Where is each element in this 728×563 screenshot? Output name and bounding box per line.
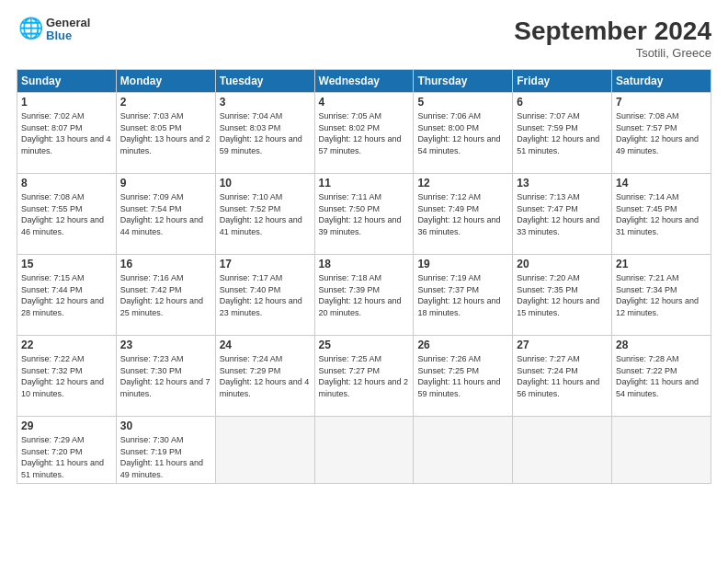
day-info: Sunrise: 7:23 AMSunset: 7:30 PMDaylight:… [120, 353, 211, 399]
col-saturday: Saturday [612, 70, 711, 93]
day-number: 9 [120, 177, 211, 190]
day-number: 10 [220, 177, 311, 190]
month-title: September 2024 [514, 17, 711, 46]
day-number: 27 [517, 339, 608, 351]
calendar-cell: 25Sunrise: 7:25 AMSunset: 7:27 PMDayligh… [314, 336, 414, 417]
logo-general: General [46, 17, 90, 29]
day-number: 4 [319, 96, 410, 109]
day-number: 21 [616, 258, 707, 270]
location: Tsotili, Greece [514, 46, 711, 60]
day-info: Sunrise: 7:17 AMSunset: 7:40 PMDaylight:… [220, 272, 311, 318]
day-info: Sunrise: 7:07 AMSunset: 7:59 PMDaylight:… [517, 110, 608, 156]
calendar-cell: 28Sunrise: 7:28 AMSunset: 7:22 PMDayligh… [612, 336, 711, 417]
calendar-cell: 23Sunrise: 7:23 AMSunset: 7:30 PMDayligh… [116, 336, 215, 417]
calendar-cell: 19Sunrise: 7:19 AMSunset: 7:37 PMDayligh… [414, 255, 513, 336]
calendar-cell: 27Sunrise: 7:27 AMSunset: 7:24 PMDayligh… [513, 336, 612, 417]
day-info: Sunrise: 7:11 AMSunset: 7:50 PMDaylight:… [319, 191, 410, 237]
calendar-cell: 30Sunrise: 7:30 AMSunset: 7:19 PMDayligh… [116, 417, 215, 484]
calendar-cell: 18Sunrise: 7:18 AMSunset: 7:39 PMDayligh… [314, 255, 414, 336]
title-section: September 2024 Tsotili, Greece [514, 17, 711, 60]
day-number: 29 [21, 419, 112, 432]
day-number: 3 [220, 96, 311, 109]
day-number: 24 [220, 339, 311, 351]
calendar-cell: 9Sunrise: 7:09 AMSunset: 7:54 PMDaylight… [116, 174, 215, 255]
day-info: Sunrise: 7:08 AMSunset: 7:55 PMDaylight:… [21, 191, 112, 237]
calendar-cell: 4Sunrise: 7:05 AMSunset: 8:02 PMDaylight… [314, 93, 414, 174]
day-number: 8 [21, 177, 112, 190]
calendar-cell: 20Sunrise: 7:20 AMSunset: 7:35 PMDayligh… [513, 255, 612, 336]
calendar-cell: 2Sunrise: 7:03 AMSunset: 8:05 PMDaylight… [116, 93, 215, 174]
day-info: Sunrise: 7:14 AMSunset: 7:45 PMDaylight:… [616, 191, 707, 237]
day-number: 13 [517, 177, 608, 190]
calendar-cell: 21Sunrise: 7:21 AMSunset: 7:34 PMDayligh… [612, 255, 711, 336]
calendar-cell: 16Sunrise: 7:16 AMSunset: 7:42 PMDayligh… [116, 255, 215, 336]
day-info: Sunrise: 7:29 AMSunset: 7:20 PMDaylight:… [21, 434, 112, 480]
calendar-cell: 15Sunrise: 7:15 AMSunset: 7:44 PMDayligh… [17, 255, 117, 336]
calendar-cell: 13Sunrise: 7:13 AMSunset: 7:47 PMDayligh… [513, 174, 612, 255]
day-number: 19 [417, 258, 508, 270]
col-sunday: Sunday [17, 70, 117, 93]
day-info: Sunrise: 7:27 AMSunset: 7:24 PMDaylight:… [517, 353, 608, 399]
day-number: 6 [517, 96, 608, 109]
calendar-cell: 12Sunrise: 7:12 AMSunset: 7:49 PMDayligh… [414, 174, 513, 255]
calendar: Sunday Monday Tuesday Wednesday Thursday… [17, 69, 711, 484]
day-number: 2 [120, 96, 211, 109]
day-info: Sunrise: 7:09 AMSunset: 7:54 PMDaylight:… [120, 191, 211, 237]
calendar-cell: 6Sunrise: 7:07 AMSunset: 7:59 PMDaylight… [513, 93, 612, 174]
logo-blue: Blue [46, 29, 90, 42]
day-number: 17 [220, 258, 311, 270]
day-info: Sunrise: 7:03 AMSunset: 8:05 PMDaylight:… [120, 110, 211, 156]
calendar-cell [215, 417, 314, 484]
day-info: Sunrise: 7:30 AMSunset: 7:19 PMDaylight:… [120, 434, 211, 480]
calendar-cell: 29Sunrise: 7:29 AMSunset: 7:20 PMDayligh… [17, 417, 117, 484]
col-friday: Friday [513, 70, 612, 93]
day-number: 5 [417, 96, 508, 109]
calendar-cell: 10Sunrise: 7:10 AMSunset: 7:52 PMDayligh… [215, 174, 314, 255]
svg-text:🌐: 🌐 [18, 17, 42, 40]
day-number: 12 [417, 177, 508, 190]
day-number: 30 [120, 419, 211, 432]
calendar-cell [314, 417, 414, 484]
calendar-cell [414, 417, 513, 484]
day-info: Sunrise: 7:25 AMSunset: 7:27 PMDaylight:… [319, 353, 410, 399]
day-number: 28 [616, 339, 707, 351]
day-number: 25 [319, 339, 410, 351]
col-tuesday: Tuesday [215, 70, 314, 93]
calendar-cell: 8Sunrise: 7:08 AMSunset: 7:55 PMDaylight… [17, 174, 117, 255]
day-number: 7 [616, 96, 707, 109]
calendar-cell: 11Sunrise: 7:11 AMSunset: 7:50 PMDayligh… [314, 174, 414, 255]
calendar-cell: 22Sunrise: 7:22 AMSunset: 7:32 PMDayligh… [17, 336, 117, 417]
page-header: 🌐 General Blue September 2024 Tsotili, G… [17, 17, 711, 60]
col-wednesday: Wednesday [314, 70, 414, 93]
day-number: 11 [319, 177, 410, 190]
calendar-cell: 7Sunrise: 7:08 AMSunset: 7:57 PMDaylight… [612, 93, 711, 174]
day-number: 14 [616, 177, 707, 190]
day-info: Sunrise: 7:24 AMSunset: 7:29 PMDaylight:… [220, 353, 311, 399]
calendar-cell [513, 417, 612, 484]
calendar-cell: 17Sunrise: 7:17 AMSunset: 7:40 PMDayligh… [215, 255, 314, 336]
calendar-cell: 24Sunrise: 7:24 AMSunset: 7:29 PMDayligh… [215, 336, 314, 417]
day-number: 26 [417, 339, 508, 351]
col-monday: Monday [116, 70, 215, 93]
day-info: Sunrise: 7:10 AMSunset: 7:52 PMDaylight:… [220, 191, 311, 237]
day-info: Sunrise: 7:02 AMSunset: 8:07 PMDaylight:… [21, 110, 112, 156]
calendar-cell: 14Sunrise: 7:14 AMSunset: 7:45 PMDayligh… [612, 174, 711, 255]
day-number: 1 [21, 96, 112, 109]
day-number: 20 [517, 258, 608, 270]
day-info: Sunrise: 7:21 AMSunset: 7:34 PMDaylight:… [616, 272, 707, 318]
day-number: 22 [21, 339, 112, 351]
calendar-cell: 1Sunrise: 7:02 AMSunset: 8:07 PMDaylight… [17, 93, 117, 174]
calendar-cell: 3Sunrise: 7:04 AMSunset: 8:03 PMDaylight… [215, 93, 314, 174]
day-info: Sunrise: 7:05 AMSunset: 8:02 PMDaylight:… [319, 110, 410, 156]
day-info: Sunrise: 7:22 AMSunset: 7:32 PMDaylight:… [21, 353, 112, 399]
calendar-cell [612, 417, 711, 484]
day-info: Sunrise: 7:13 AMSunset: 7:47 PMDaylight:… [517, 191, 608, 237]
calendar-cell: 26Sunrise: 7:26 AMSunset: 7:25 PMDayligh… [414, 336, 513, 417]
day-info: Sunrise: 7:04 AMSunset: 8:03 PMDaylight:… [220, 110, 311, 156]
day-info: Sunrise: 7:15 AMSunset: 7:44 PMDaylight:… [21, 272, 112, 318]
logo: 🌐 General Blue [17, 17, 90, 43]
day-number: 18 [319, 258, 410, 270]
day-info: Sunrise: 7:06 AMSunset: 8:00 PMDaylight:… [417, 110, 508, 156]
day-info: Sunrise: 7:18 AMSunset: 7:39 PMDaylight:… [319, 272, 410, 318]
day-info: Sunrise: 7:20 AMSunset: 7:35 PMDaylight:… [517, 272, 608, 318]
